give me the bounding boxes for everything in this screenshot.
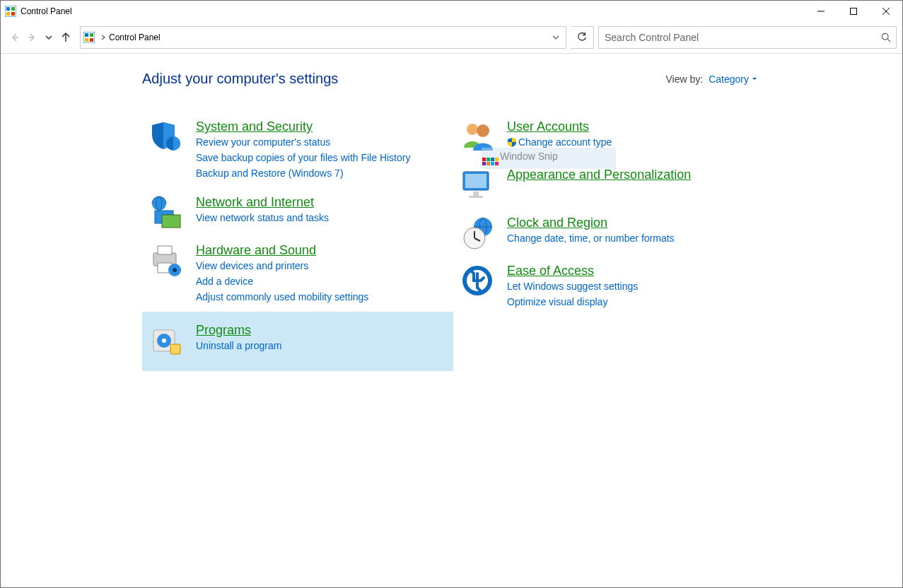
link-mobility-settings[interactable]: Adjust commonly used mobility settings xyxy=(196,289,453,305)
view-by-control: View by: Category xyxy=(666,74,757,85)
ease-of-access-icon xyxy=(460,264,494,298)
svg-rect-1 xyxy=(6,7,10,11)
category-system-security: System and Security Review your computer… xyxy=(142,112,453,188)
search-icon[interactable] xyxy=(876,28,896,47)
category-clock-region: Clock and Region Change date, time, or n… xyxy=(453,208,764,257)
category-title-clock[interactable]: Clock and Region xyxy=(507,216,607,230)
search-box[interactable] xyxy=(598,26,897,49)
refresh-button[interactable] xyxy=(571,26,594,49)
svg-point-34 xyxy=(477,124,489,137)
svg-rect-32 xyxy=(170,344,180,354)
svg-rect-15 xyxy=(85,38,88,42)
svg-rect-6 xyxy=(851,8,857,15)
svg-rect-2 xyxy=(11,7,15,11)
programs-icon xyxy=(149,323,183,357)
clock-icon xyxy=(460,216,494,249)
content: Adjust your computer's settings View by:… xyxy=(1,54,902,587)
svg-rect-23 xyxy=(162,215,180,228)
shield-icon xyxy=(149,119,183,153)
category-title-programs[interactable]: Programs xyxy=(196,323,251,337)
category-ease-of-access: Ease of Access Let Windows suggest setti… xyxy=(453,257,764,317)
link-file-history[interactable]: Save backup copies of your files with Fi… xyxy=(196,150,453,165)
monitor-icon xyxy=(460,167,494,201)
svg-point-28 xyxy=(173,268,177,272)
link-uninstall-program[interactable]: Uninstall a program xyxy=(196,338,453,353)
window: Control Panel xyxy=(0,0,903,588)
svg-line-18 xyxy=(887,39,890,42)
minimize-button[interactable] xyxy=(805,1,837,22)
category-user-accounts: User Accounts Change account type xyxy=(453,112,764,160)
chevron-down-icon xyxy=(752,76,757,82)
view-by-dropdown[interactable]: Category xyxy=(709,74,757,85)
category-title-hardware[interactable]: Hardware and Sound xyxy=(196,243,316,257)
category-programs: Programs Uninstall a program xyxy=(142,312,453,371)
svg-rect-16 xyxy=(90,38,93,42)
category-title-user-accounts[interactable]: User Accounts xyxy=(507,119,589,134)
search-input[interactable] xyxy=(599,27,876,48)
titlebar: Control Panel xyxy=(1,1,902,22)
category-hardware: Hardware and Sound View devices and prin… xyxy=(142,236,453,312)
svg-rect-25 xyxy=(158,246,172,254)
link-backup-restore[interactable]: Backup and Restore (Windows 7) xyxy=(196,165,453,181)
svg-rect-13 xyxy=(85,33,88,37)
svg-point-17 xyxy=(882,33,888,40)
category-appearance: Window Snip A xyxy=(453,160,764,208)
svg-rect-37 xyxy=(473,192,479,196)
link-review-status[interactable]: Review your computer's status xyxy=(196,134,453,150)
svg-point-33 xyxy=(467,124,478,135)
link-change-account-type[interactable]: Change account type xyxy=(507,134,764,150)
link-optimize-display[interactable]: Optimize visual display xyxy=(507,294,764,310)
uac-shield-icon xyxy=(507,137,517,147)
svg-rect-4 xyxy=(11,12,15,16)
printer-icon xyxy=(149,243,183,277)
category-title-system-security[interactable]: System and Security xyxy=(196,119,313,134)
page-heading: Adjust your computer's settings xyxy=(142,71,338,87)
address-bar-app-icon xyxy=(83,32,95,43)
category-title-ease-of-access[interactable]: Ease of Access xyxy=(507,264,594,278)
network-icon xyxy=(149,195,183,229)
link-devices-printers[interactable]: View devices and printers xyxy=(196,258,453,274)
nav-back-button[interactable] xyxy=(6,29,23,46)
users-icon xyxy=(460,119,494,153)
category-title-appearance[interactable]: Appearance and Personalization xyxy=(507,167,691,182)
navbar: Control Panel xyxy=(1,22,902,54)
maximize-button[interactable] xyxy=(837,1,870,22)
window-title: Control Panel xyxy=(21,6,72,16)
chevron-right-icon[interactable] xyxy=(100,34,106,42)
link-date-time-formats[interactable]: Change date, time, or number formats xyxy=(507,230,764,246)
nav-forward-button[interactable] xyxy=(23,29,40,46)
close-button[interactable] xyxy=(870,1,902,22)
svg-rect-3 xyxy=(6,12,10,16)
category-title-network[interactable]: Network and Internet xyxy=(196,195,314,209)
svg-rect-14 xyxy=(90,33,93,37)
titlebar-app-icon xyxy=(5,6,16,17)
category-network: Network and Internet View network status… xyxy=(142,188,453,236)
svg-rect-38 xyxy=(469,196,483,198)
address-location[interactable]: Control Panel xyxy=(109,33,161,42)
svg-rect-36 xyxy=(465,174,487,188)
nav-recent-button[interactable] xyxy=(40,29,57,46)
address-bar[interactable]: Control Panel xyxy=(80,26,566,49)
link-network-status[interactable]: View network status and tasks xyxy=(196,210,453,225)
link-suggest-settings[interactable]: Let Windows suggest settings xyxy=(507,278,764,294)
svg-point-31 xyxy=(162,339,166,343)
nav-up-button[interactable] xyxy=(57,29,74,46)
address-dropdown-button[interactable] xyxy=(546,28,566,47)
view-by-label: View by: xyxy=(666,74,704,85)
link-add-device[interactable]: Add a device xyxy=(196,274,453,289)
